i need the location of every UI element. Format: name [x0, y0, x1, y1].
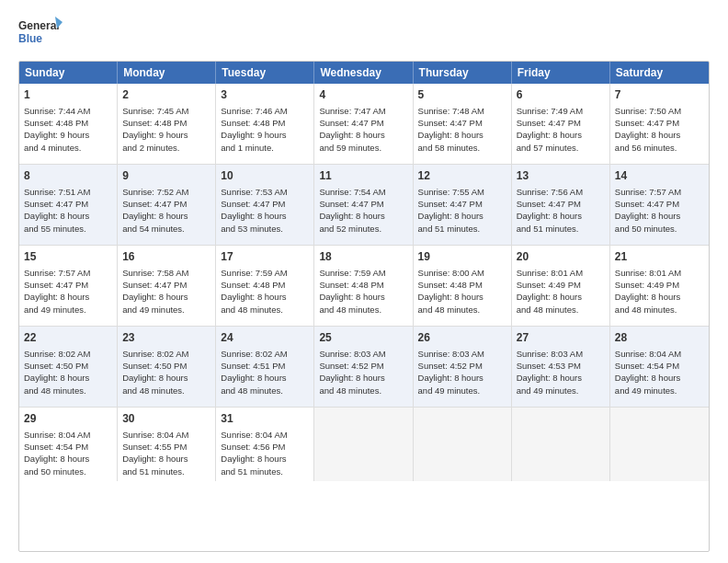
calendar-cell	[414, 408, 512, 481]
day-number: 9	[122, 168, 210, 184]
day-info: Sunset: 4:47 PM	[319, 117, 407, 129]
day-info: Sunset: 4:47 PM	[122, 279, 210, 291]
day-info: and 48 minutes.	[615, 304, 704, 316]
day-number: 2	[122, 87, 210, 103]
calendar-cell: 16Sunrise: 7:58 AMSunset: 4:47 PMDayligh…	[118, 246, 216, 326]
calendar-cell: 23Sunrise: 8:02 AMSunset: 4:50 PMDayligh…	[118, 327, 216, 407]
day-info: Daylight: 8 hours	[319, 210, 407, 222]
day-info: Sunrise: 7:51 AM	[24, 186, 112, 198]
day-info: Sunset: 4:48 PM	[319, 279, 407, 291]
header-cell-monday: Monday	[118, 62, 216, 84]
day-info: Sunrise: 8:04 AM	[122, 429, 210, 441]
day-number: 21	[615, 249, 704, 265]
day-number: 12	[418, 168, 506, 184]
day-number: 19	[418, 249, 506, 265]
day-info: and 2 minutes.	[122, 142, 210, 154]
calendar-cell: 5Sunrise: 7:48 AMSunset: 4:47 PMDaylight…	[414, 84, 512, 164]
day-info: and 55 minutes.	[24, 223, 112, 235]
day-info: Sunset: 4:52 PM	[319, 360, 407, 372]
day-info: Sunset: 4:47 PM	[517, 198, 605, 210]
day-info: Sunrise: 8:00 AM	[418, 267, 506, 279]
day-info: and 51 minutes.	[418, 223, 506, 235]
calendar-cell	[314, 408, 413, 481]
day-info: Sunrise: 7:52 AM	[122, 186, 210, 198]
calendar-cell: 20Sunrise: 8:01 AMSunset: 4:49 PMDayligh…	[512, 246, 610, 326]
day-info: Sunset: 4:55 PM	[122, 441, 210, 453]
calendar-week-3: 15Sunrise: 7:57 AMSunset: 4:47 PMDayligh…	[19, 246, 709, 327]
day-info: Sunrise: 8:03 AM	[418, 348, 506, 360]
day-info: Daylight: 8 hours	[221, 291, 309, 303]
calendar-cell: 26Sunrise: 8:03 AMSunset: 4:52 PMDayligh…	[414, 327, 512, 407]
day-info: Sunrise: 7:56 AM	[517, 186, 605, 198]
day-info: and 48 minutes.	[122, 385, 210, 396]
day-info: Sunrise: 7:59 AM	[221, 267, 309, 279]
day-number: 30	[122, 411, 210, 427]
day-info: Sunset: 4:53 PM	[517, 360, 605, 372]
day-info: Sunrise: 8:03 AM	[517, 348, 605, 360]
day-info: and 48 minutes.	[319, 385, 407, 396]
day-info: and 51 minutes.	[221, 465, 309, 477]
day-number: 27	[517, 330, 605, 346]
calendar-cell: 10Sunrise: 7:53 AMSunset: 4:47 PMDayligh…	[216, 165, 314, 245]
day-number: 26	[418, 330, 506, 346]
day-info: and 53 minutes.	[221, 223, 309, 235]
header-cell-friday: Friday	[512, 62, 610, 84]
header-cell-wednesday: Wednesday	[314, 62, 413, 84]
day-info: and 49 minutes.	[517, 385, 605, 396]
day-info: Daylight: 8 hours	[221, 210, 309, 222]
day-info: Sunrise: 7:53 AM	[221, 186, 309, 198]
day-info: Daylight: 8 hours	[122, 453, 210, 465]
day-info: Sunrise: 8:02 AM	[24, 348, 112, 360]
day-info: Daylight: 8 hours	[615, 129, 704, 141]
day-info: Sunset: 4:47 PM	[418, 117, 506, 129]
calendar-cell: 31Sunrise: 8:04 AMSunset: 4:56 PMDayligh…	[216, 408, 314, 481]
day-info: Sunset: 4:54 PM	[24, 441, 112, 453]
day-info: Daylight: 8 hours	[221, 372, 309, 384]
calendar-cell: 21Sunrise: 8:01 AMSunset: 4:49 PMDayligh…	[610, 246, 709, 326]
day-info: Sunset: 4:47 PM	[517, 117, 605, 129]
day-info: Daylight: 8 hours	[319, 372, 407, 384]
calendar-cell: 11Sunrise: 7:54 AMSunset: 4:47 PMDayligh…	[314, 165, 413, 245]
day-info: Sunrise: 8:01 AM	[615, 267, 704, 279]
header-cell-thursday: Thursday	[414, 62, 512, 84]
day-info: Daylight: 8 hours	[122, 372, 210, 384]
day-info: and 48 minutes.	[221, 304, 309, 316]
day-info: and 51 minutes.	[122, 465, 210, 477]
day-number: 13	[517, 168, 605, 184]
day-info: Sunrise: 7:50 AM	[615, 105, 704, 117]
day-info: Daylight: 8 hours	[615, 372, 704, 384]
day-info: Sunset: 4:49 PM	[517, 279, 605, 291]
day-info: Sunset: 4:50 PM	[122, 360, 210, 372]
header-cell-sunday: Sunday	[19, 62, 118, 84]
day-info: Daylight: 8 hours	[122, 210, 210, 222]
calendar-cell: 7Sunrise: 7:50 AMSunset: 4:47 PMDaylight…	[610, 84, 709, 164]
day-info: Daylight: 8 hours	[517, 291, 605, 303]
day-info: and 49 minutes.	[615, 385, 704, 396]
calendar: SundayMondayTuesdayWednesdayThursdayFrid…	[18, 61, 710, 552]
calendar-cell: 18Sunrise: 7:59 AMSunset: 4:48 PMDayligh…	[314, 246, 413, 326]
day-info: Daylight: 8 hours	[418, 210, 506, 222]
day-info: Daylight: 8 hours	[615, 291, 704, 303]
calendar-cell: 2Sunrise: 7:45 AMSunset: 4:48 PMDaylight…	[118, 84, 216, 164]
day-number: 15	[24, 249, 112, 265]
day-info: and 50 minutes.	[24, 465, 112, 477]
day-info: Sunrise: 8:03 AM	[319, 348, 407, 360]
day-number: 29	[24, 411, 112, 427]
day-info: Daylight: 8 hours	[319, 129, 407, 141]
day-number: 10	[221, 168, 309, 184]
day-number: 7	[615, 87, 704, 103]
day-number: 24	[221, 330, 309, 346]
day-info: Daylight: 8 hours	[517, 372, 605, 384]
calendar-cell: 28Sunrise: 8:04 AMSunset: 4:54 PMDayligh…	[610, 327, 709, 407]
day-info: and 52 minutes.	[319, 223, 407, 235]
day-info: Sunset: 4:47 PM	[24, 279, 112, 291]
day-info: and 49 minutes.	[24, 304, 112, 316]
day-info: and 49 minutes.	[418, 385, 506, 396]
logo: General Blue	[18, 15, 64, 52]
day-info: Daylight: 8 hours	[24, 210, 112, 222]
calendar-body: 1Sunrise: 7:44 AMSunset: 4:48 PMDaylight…	[19, 84, 709, 481]
day-number: 14	[615, 168, 704, 184]
day-info: Sunrise: 7:59 AM	[319, 267, 407, 279]
day-info: Sunset: 4:47 PM	[615, 198, 704, 210]
day-number: 28	[615, 330, 704, 346]
